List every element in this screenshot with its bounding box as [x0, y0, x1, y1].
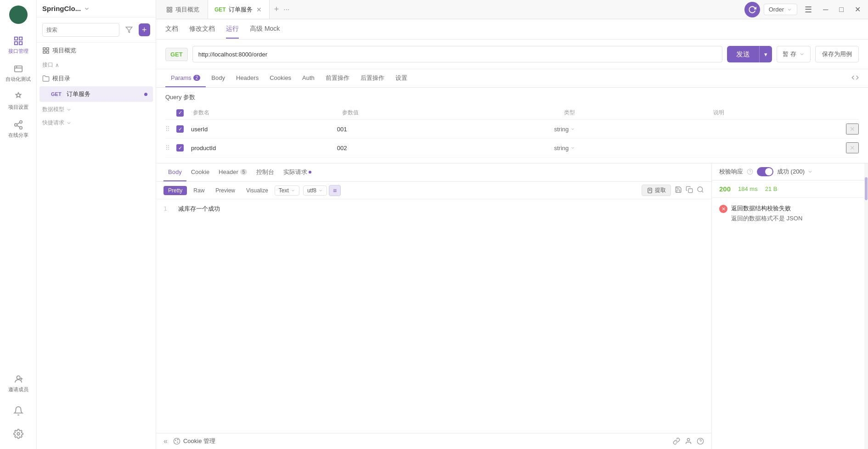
- sidebar-item-project-settings[interactable]: 项目设置: [0, 87, 36, 115]
- validation-errors: ✕ 返回数据结构校验失败 返回的数据格式不是 JSON: [712, 198, 868, 233]
- params-tabs: Params 2 Body Headers Cookies Auth 前置操作 …: [156, 69, 868, 88]
- tab-params[interactable]: Params 2: [165, 69, 206, 87]
- tab-settings[interactable]: 设置: [390, 69, 413, 87]
- quick-request-section[interactable]: 快捷请求: [37, 116, 156, 129]
- params-table: 参数名 参数值 类型 说明 ⠿ userId 001 string ✕: [165, 106, 859, 157]
- user-icon[interactable]: [685, 438, 692, 445]
- param-name-userid: userId: [187, 126, 333, 133]
- format-btn-visualize[interactable]: Visualize: [242, 186, 273, 195]
- sidebar: 接口管理 自动化测试 项目设置 在线分享 邀请成员: [0, 0, 37, 449]
- root-folder[interactable]: 根目录: [37, 72, 156, 85]
- api-item-order[interactable]: GET 订单服务: [39, 86, 153, 102]
- body-tab-console[interactable]: 控制台: [252, 163, 279, 181]
- svg-point-32: [175, 440, 176, 440]
- validation-help-icon[interactable]: [747, 168, 753, 175]
- svg-rect-22: [170, 7, 172, 9]
- response-stats: 200 184 ms 21 B: [712, 180, 868, 198]
- link-icon[interactable]: [673, 438, 680, 445]
- add-button[interactable]: +: [139, 23, 151, 36]
- grid-tab-icon: [166, 6, 173, 13]
- svg-point-9: [19, 127, 22, 129]
- filter-button[interactable]: [123, 23, 135, 36]
- tab-overview-label: 项目概览: [175, 6, 199, 14]
- search-icon: [697, 186, 704, 193]
- tab-order-service[interactable]: GET 订单服务 ✕: [208, 0, 270, 19]
- encoding-select[interactable]: utf8: [303, 185, 327, 196]
- method-select[interactable]: GET: [165, 48, 188, 61]
- url-input[interactable]: [192, 46, 723, 62]
- save-temp-button[interactable]: 暂 存: [777, 46, 811, 62]
- sidebar-item-online-share[interactable]: 在线分享: [0, 115, 36, 143]
- body-tab-actual-request[interactable]: 实际请求: [279, 163, 316, 181]
- sidebar-item-notification[interactable]: [8, 401, 28, 421]
- nav-doc[interactable]: 文档: [165, 20, 178, 39]
- tab-headers[interactable]: Headers: [231, 69, 264, 87]
- save-example-button[interactable]: 保存为用例: [815, 46, 859, 62]
- project-title[interactable]: SpringClo...: [37, 0, 156, 17]
- tab-more-button[interactable]: ···: [283, 6, 289, 14]
- data-model-section[interactable]: 数据模型: [37, 103, 156, 116]
- refresh-icon-btn[interactable]: [744, 2, 760, 17]
- body-tab-cookie[interactable]: Cookie: [186, 163, 214, 181]
- code-toggle-button[interactable]: [851, 74, 859, 83]
- format-btn-pretty[interactable]: Pretty: [163, 186, 187, 195]
- format-btn-preview[interactable]: Preview: [211, 186, 240, 195]
- extract-button[interactable]: 提取: [642, 185, 671, 196]
- search-action-button[interactable]: [697, 186, 704, 195]
- scrollbar-thumb[interactable]: [865, 177, 868, 200]
- param-checkbox-productid[interactable]: [176, 144, 184, 152]
- project-overview-item[interactable]: 项目概览: [37, 43, 156, 58]
- drag-handle[interactable]: ⠿: [165, 125, 173, 133]
- expand-button[interactable]: «: [163, 437, 168, 445]
- interface-section[interactable]: 接口 ∧: [37, 58, 156, 72]
- copy-action-button[interactable]: [686, 186, 693, 195]
- sidebar-item-settings[interactable]: [8, 424, 28, 443]
- param-checkbox-userid[interactable]: [176, 125, 184, 133]
- param-delete-userid[interactable]: ✕: [846, 123, 859, 135]
- param-delete-productid[interactable]: ✕: [846, 142, 859, 153]
- send-button[interactable]: 发送: [727, 46, 759, 62]
- query-params-section: Query 参数 参数名 参数值 类型 说明 ⠿ userId 001 stri…: [156, 88, 868, 163]
- line-wrap-button[interactable]: ≡: [329, 185, 341, 196]
- validation-toggle[interactable]: [757, 167, 773, 176]
- tab-overview[interactable]: 项目概览: [160, 0, 206, 19]
- tab-body[interactable]: Body: [206, 69, 231, 87]
- sidebar-item-invite[interactable]: 邀请成员: [8, 370, 28, 398]
- close-window-button[interactable]: ✕: [851, 3, 864, 16]
- search-input[interactable]: [42, 23, 119, 37]
- minimize-button[interactable]: ─: [819, 4, 832, 16]
- sidebar-item-interface[interactable]: 接口管理: [0, 31, 36, 59]
- nav-run[interactable]: 运行: [226, 20, 239, 39]
- body-tab-header[interactable]: Header 5: [214, 163, 252, 181]
- validation-chevron-icon[interactable]: [807, 169, 813, 174]
- tab-add-button[interactable]: +: [271, 5, 282, 14]
- nav-mock[interactable]: 高级 Mock: [250, 20, 280, 39]
- tab-auth[interactable]: Auth: [297, 69, 320, 87]
- type-chevron-icon: [570, 127, 575, 131]
- tab-close-button[interactable]: ✕: [255, 6, 263, 14]
- right-icons-group: [673, 438, 704, 445]
- error-content: 返回数据结构校验失败 返回的数据格式不是 JSON: [731, 204, 802, 223]
- body-tab-body[interactable]: Body: [163, 163, 186, 181]
- text-format-select[interactable]: Text: [275, 185, 299, 196]
- right-scrollbar: [864, 163, 868, 449]
- help-icon[interactable]: [697, 438, 704, 445]
- drag-handle[interactable]: ⠿: [165, 144, 173, 152]
- folder-icon: [42, 75, 50, 82]
- cookie-management-button[interactable]: Cookie 管理: [173, 437, 215, 445]
- select-all-checkbox[interactable]: [176, 109, 184, 117]
- maximize-button[interactable]: □: [835, 4, 847, 16]
- tab-post-ops[interactable]: 后置操作: [355, 69, 390, 87]
- menu-button[interactable]: ☰: [801, 3, 816, 17]
- order-dropdown-button[interactable]: Order: [764, 4, 797, 15]
- send-dropdown-button[interactable]: ▾: [759, 46, 772, 62]
- format-btn-raw[interactable]: Raw: [189, 186, 209, 195]
- tab-cookies[interactable]: Cookies: [264, 69, 297, 87]
- col-header-desc: 说明: [713, 109, 859, 117]
- sidebar-item-autotest[interactable]: 自动化测试: [0, 59, 36, 87]
- param-type-productid: string: [554, 145, 696, 152]
- save-action-button[interactable]: [675, 186, 682, 195]
- tab-pre-ops[interactable]: 前置操作: [320, 69, 355, 87]
- query-label: Query 参数: [165, 93, 859, 101]
- nav-edit-doc[interactable]: 修改文档: [189, 20, 215, 39]
